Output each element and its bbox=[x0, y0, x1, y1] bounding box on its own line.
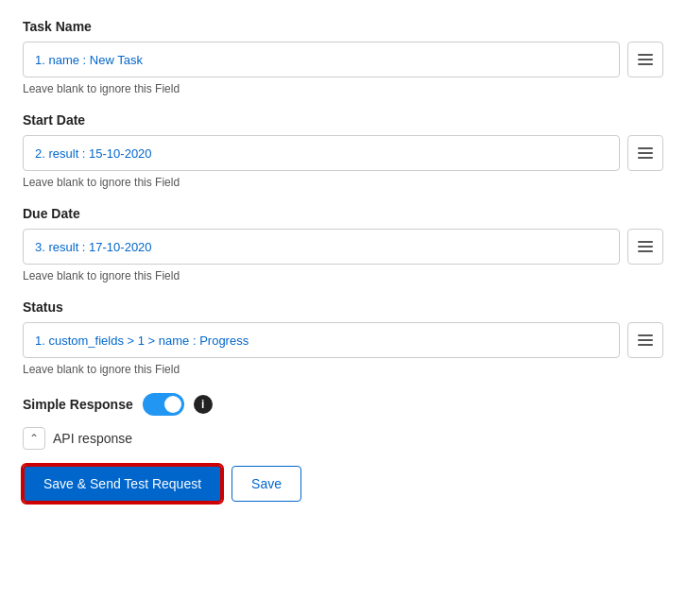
field-section-start-date: Start DateLeave blank to ignore this Fie… bbox=[23, 112, 663, 189]
field-input-task-name[interactable] bbox=[23, 42, 620, 77]
buttons-row: Save & Send Test Request Save bbox=[23, 465, 663, 503]
field-section-status: StatusLeave blank to ignore this Field bbox=[23, 299, 663, 376]
api-response-toggle-icon[interactable]: ⌃ bbox=[23, 427, 45, 450]
fields-container: Task NameLeave blank to ignore this Fiel… bbox=[23, 19, 663, 376]
field-hint-task-name: Leave blank to ignore this Field bbox=[23, 82, 663, 95]
field-hint-start-date: Leave blank to ignore this Field bbox=[23, 176, 663, 189]
api-response-label: API response bbox=[53, 431, 132, 446]
field-label-task-name: Task Name bbox=[23, 19, 663, 34]
field-label-start-date: Start Date bbox=[23, 112, 663, 128]
field-row-task-name bbox=[23, 42, 663, 77]
field-row-start-date bbox=[23, 135, 663, 171]
field-label-status: Status bbox=[23, 299, 663, 315]
field-row-status bbox=[23, 322, 663, 358]
field-input-start-date[interactable] bbox=[23, 135, 620, 171]
field-menu-btn-task-name[interactable] bbox=[627, 42, 663, 77]
field-hint-status: Leave blank to ignore this Field bbox=[23, 363, 663, 376]
field-menu-btn-due-date[interactable] bbox=[627, 229, 663, 265]
form-container: Task NameLeave blank to ignore this Fiel… bbox=[23, 19, 663, 503]
field-section-task-name: Task NameLeave blank to ignore this Fiel… bbox=[23, 19, 663, 95]
field-section-due-date: Due DateLeave blank to ignore this Field bbox=[23, 206, 663, 282]
toggle-thumb bbox=[164, 396, 181, 413]
info-icon[interactable]: i bbox=[194, 395, 213, 414]
field-input-status[interactable] bbox=[23, 322, 620, 358]
save-and-test-button[interactable]: Save & Send Test Request bbox=[23, 465, 222, 503]
field-input-due-date[interactable] bbox=[23, 229, 620, 265]
api-response-row: ⌃ API response bbox=[23, 427, 663, 450]
save-button[interactable]: Save bbox=[232, 466, 301, 502]
simple-response-row: Simple Response i bbox=[23, 393, 663, 416]
field-label-due-date: Due Date bbox=[23, 206, 663, 221]
field-hint-due-date: Leave blank to ignore this Field bbox=[23, 269, 663, 282]
field-menu-btn-start-date[interactable] bbox=[627, 135, 663, 171]
simple-response-label: Simple Response bbox=[23, 397, 133, 412]
field-menu-btn-status[interactable] bbox=[627, 322, 663, 358]
simple-response-toggle[interactable] bbox=[143, 393, 184, 416]
field-row-due-date bbox=[23, 229, 663, 265]
